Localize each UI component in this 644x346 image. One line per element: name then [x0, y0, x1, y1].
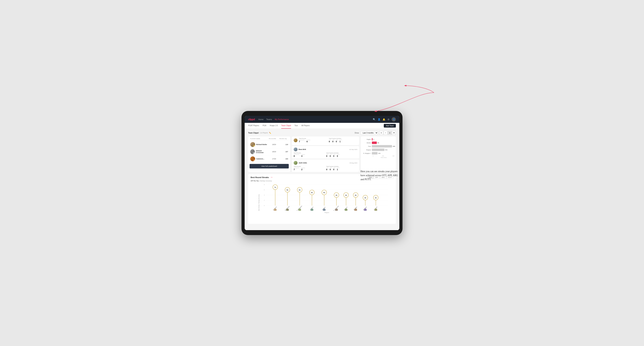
avatar	[294, 161, 298, 165]
putt-col: PUTT 1	[340, 140, 342, 143]
table-row[interactable]: 3 Cameron... 17/20 103	[250, 155, 289, 163]
sub-nav-tour[interactable]: Tour	[294, 123, 298, 129]
practice-section-2: Total Practice Activities OTT 0 APP	[326, 166, 357, 171]
player-score: 19/20	[269, 144, 279, 145]
card-player-details: Total Rounds Tournament 7	[299, 138, 357, 143]
user-avatar[interactable]: 👤	[392, 117, 396, 121]
bar-value-eagles: 3	[373, 139, 374, 140]
time-range-dropdown[interactable]: Last 3 months	[360, 131, 378, 135]
player-score: 18/20	[269, 151, 279, 153]
table-row[interactable]: 1 Richard Butler 19/20 110	[250, 141, 289, 148]
nav-home[interactable]: Home	[258, 118, 264, 120]
view-full-leaderboard-button[interactable]: View Full Leaderboard	[250, 164, 289, 169]
table-view-btn[interactable]: ⬒	[392, 131, 396, 135]
svg-text:5x: 5x	[323, 192, 325, 193]
rounds-1: Tournament 8 Practice 4	[294, 154, 325, 157]
tournament-value: 7	[299, 141, 304, 143]
bar-fill-bogeys	[372, 149, 384, 151]
sub-nav-team-clippd[interactable]: Team Clippd	[281, 123, 291, 129]
col-pb-avg: PB AVG SQ	[279, 138, 288, 140]
bar-fill-eagles	[372, 138, 372, 141]
player-info: 1 Richard Butler	[250, 142, 269, 147]
avatar	[294, 138, 298, 142]
sub-nav-pgat[interactable]: PGAT Players	[248, 123, 259, 129]
rounds-section-2: Total Rounds Tournament 7 Practice	[294, 166, 325, 171]
total-rounds-section: Total Rounds Tournament 7	[299, 138, 328, 143]
x-axis-label: Players	[260, 212, 394, 213]
practice-stats-2: OTT 0 APP 0 ARG	[326, 168, 357, 171]
list-view-btn[interactable]: ≡	[384, 131, 388, 135]
bar-fill-birdies	[372, 142, 377, 144]
sub-nav: PGAT Players PGA Hcaps 1-5 Team Clippd T…	[245, 123, 399, 129]
streak-arrow-icon: ←	[270, 176, 273, 179]
card-player-info-2: Josh Coles	[294, 161, 307, 165]
streak-chart-svg: 0 2 4 6 8 7x E. Elwert	[260, 183, 394, 211]
annotation-text: Here you can see streaks your players ha…	[360, 169, 399, 181]
player-list-header: PLAYER NAME PB SCORE PB AVG SQ	[250, 138, 289, 140]
settings-icon[interactable]: ⚙	[388, 118, 390, 121]
svg-text:7x: 7x	[274, 186, 276, 188]
player-avg: 110	[279, 144, 288, 145]
app-logo: clippd	[248, 118, 255, 121]
total-practice-label-1: Total Practice Activities	[326, 152, 357, 154]
team-header: Team Clippd | 14 Players ✏️ Show Last 3 …	[248, 131, 396, 135]
card-player-name-2: Josh Coles	[298, 162, 307, 164]
rounds-2: Tournament 7 Practice 2	[294, 168, 325, 171]
practice-section-1: Total Practice Activities OTT 0 APP	[326, 152, 357, 157]
search-icon[interactable]: 🔍	[373, 118, 376, 121]
tournament-col: Tournament 7	[299, 140, 304, 143]
player-cards: Total Rounds Tournament 7	[292, 137, 359, 172]
total-rounds-label: Total Rounds	[299, 138, 328, 139]
card-stats-1: Total Rounds Tournament 8 Practice	[294, 152, 357, 157]
col-player-name: PLAYER NAME	[250, 138, 269, 140]
total-rounds-label-1: Total Rounds	[294, 152, 325, 154]
ott-col: OTT 0	[329, 140, 331, 143]
team-name: Team Clippd	[248, 132, 258, 134]
practice-stats-1: OTT 0 APP 0 ARG	[326, 154, 357, 157]
card-date-1: 02 Sep 2023	[350, 149, 357, 150]
x-label-0: 0	[373, 155, 374, 157]
x-axis: 0 200 400	[362, 155, 394, 157]
app-col: APP 0	[332, 140, 334, 143]
svg-text:3x: 3x	[364, 197, 366, 199]
ott-1: OTT 0	[326, 154, 328, 157]
sub-nav-pga[interactable]: PGA	[262, 123, 266, 129]
bar-value-pars: 499	[393, 146, 395, 147]
bell-icon[interactable]: 🔔	[382, 118, 385, 121]
app-2: APP 0	[330, 168, 332, 171]
grid-view-btn[interactable]: ⊞	[380, 131, 383, 135]
y-axis-label: Best Streak, Fairway Accuracy	[258, 194, 260, 211]
bar-fill-dbogeys	[372, 152, 378, 155]
svg-text:4x: 4x	[345, 194, 347, 196]
nav-right: 🔍 👤 🔔 ⚙ 👤	[373, 117, 396, 121]
bar-container-dbogeys: 131	[372, 152, 394, 155]
user-icon[interactable]: 👤	[378, 118, 380, 121]
total-rounds-label-2: Total Rounds	[294, 166, 325, 167]
player-card-0: Total Rounds Tournament 7	[292, 137, 359, 145]
card-player-info-1: Rees Britt	[294, 148, 306, 151]
sub-nav-all-players[interactable]: All Players	[301, 123, 310, 129]
card-view-btn[interactable]: ▤	[388, 131, 392, 135]
bar-container-bogeys: 311	[372, 148, 394, 151]
top-nav: clippd Home Teams My Performance 🔍 👤 🔔 ⚙…	[245, 116, 399, 123]
total-practice-label: Total Practice Activities	[329, 138, 357, 139]
svg-text:6x: 6x	[286, 189, 288, 191]
nav-my-performance[interactable]: My Performance	[275, 118, 289, 120]
nav-links: Home Teams My Performance	[258, 118, 289, 120]
app-1: APP 0	[330, 154, 332, 157]
nav-teams[interactable]: Teams	[266, 118, 272, 120]
bar-label-eagles: Eagles	[362, 139, 372, 140]
x-label-200: 200	[382, 155, 384, 157]
player-info: 3 Cameron...	[250, 156, 269, 161]
rounds-section-1: Total Rounds Tournament 8 Practice	[294, 152, 325, 157]
add-team-button[interactable]: Add Team	[384, 124, 396, 128]
total-practice-section: Total Practice Activities OTT 0	[329, 138, 357, 143]
player-name: Richard Butler	[256, 144, 267, 145]
card-date-2: 26 Aug 2023	[350, 162, 357, 164]
edit-icon[interactable]: ✏️	[269, 132, 271, 134]
card-player-name-1: Rees Britt	[298, 149, 306, 150]
svg-text:4x: 4x	[355, 194, 356, 196]
subtitle-secondary: Fairway Accuracy	[260, 180, 272, 182]
table-row[interactable]: 2 Edward Crossman 18/20 107	[250, 148, 289, 155]
sub-nav-hcaps[interactable]: Hcaps 1-5	[270, 123, 278, 129]
